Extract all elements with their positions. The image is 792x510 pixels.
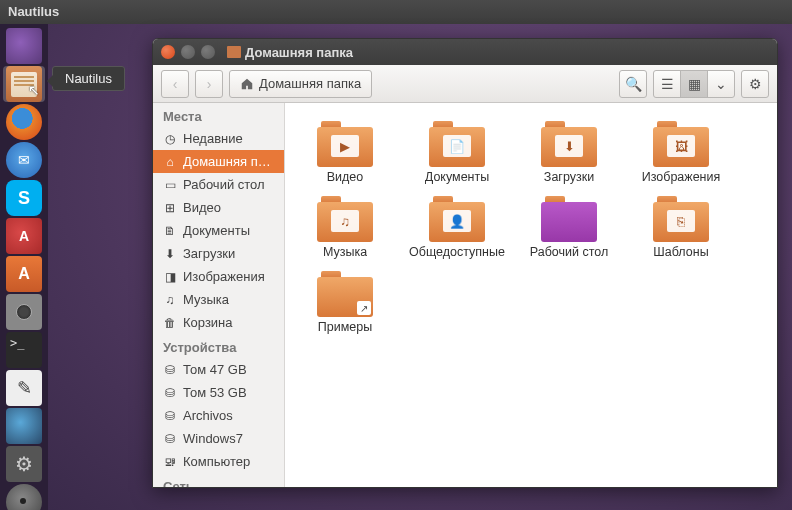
folder-item[interactable]: 👤Общедоступные (407, 192, 507, 263)
sidebar-item-label: Недавние (183, 131, 243, 146)
files-icon (6, 66, 42, 102)
folder-label: Общедоступные (409, 245, 505, 259)
sidebar-section-header: Сеть (153, 473, 284, 488)
folder-label: Видео (327, 170, 364, 184)
launcher-settings[interactable] (3, 446, 45, 482)
hdd-icon: ⛁ (163, 363, 177, 377)
launcher-skype[interactable] (3, 180, 45, 216)
video-icon: ⊞ (163, 201, 177, 215)
launcher-tool[interactable] (3, 408, 45, 444)
ubuntu-dash-icon (6, 28, 42, 64)
launcher-dash[interactable] (3, 28, 45, 64)
folder-item[interactable]: ▶Видео (295, 117, 395, 188)
sidebar-section-header: Устройства (153, 334, 284, 358)
sidebar-item[interactable]: ⛁Том 47 GB (153, 358, 284, 381)
folder-item[interactable]: 🖼Изображения (631, 117, 731, 188)
home-icon: ⌂ (163, 155, 177, 169)
sidebar-section-header: Места (153, 103, 284, 127)
folder-item[interactable]: Рабочий стол (519, 192, 619, 263)
window-close-button[interactable] (161, 45, 175, 59)
disc-icon (6, 484, 42, 510)
launcher-files[interactable] (3, 66, 45, 102)
sidebar-item[interactable]: ⛁Windows7 (153, 427, 284, 450)
clock-icon: ◷ (163, 132, 177, 146)
sidebar-item[interactable]: ▭Рабочий стол (153, 173, 284, 196)
unity-launcher (0, 24, 48, 510)
folder-item[interactable]: ⎘Шаблоны (631, 192, 731, 263)
sidebar-item-label: Том 53 GB (183, 385, 247, 400)
folder-icon: 📄 (429, 121, 485, 167)
sidebar-item[interactable]: ◨Изображения (153, 265, 284, 288)
sidebar-item[interactable]: ♫Музыка (153, 288, 284, 311)
folder-item[interactable]: ♫Музыка (295, 192, 395, 263)
view-list-button[interactable]: ☰ (653, 70, 681, 98)
window-titlebar[interactable]: Домашняя папка (153, 39, 777, 65)
update-icon (6, 218, 42, 254)
folder-label: Загрузки (544, 170, 594, 184)
folder-icon (541, 196, 597, 242)
sidebar-item-label: Изображения (183, 269, 265, 284)
sidebar-item[interactable]: 🗎Документы (153, 219, 284, 242)
location-breadcrumb[interactable]: Домашняя папка (229, 70, 372, 98)
nautilus-window: Домашняя папка ‹ › Домашняя папка 🔍 ☰ ▦ … (152, 38, 778, 488)
computer-icon: 🖳 (163, 455, 177, 469)
menu-button[interactable]: ⚙ (741, 70, 769, 98)
firefox-icon (6, 104, 42, 140)
folder-label: Примеры (318, 320, 372, 334)
chevron-down-icon: ⌄ (715, 76, 727, 92)
folder-icon: ▶ (317, 121, 373, 167)
sidebar-item-label: Загрузки (183, 246, 235, 261)
launcher-terminal[interactable] (3, 332, 45, 368)
sidebar-item[interactable]: 🗑Корзина (153, 311, 284, 334)
sidebar-item[interactable]: ⛁Том 53 GB (153, 381, 284, 404)
folder-icon (317, 271, 373, 317)
sidebar-item[interactable]: ⊞Видео (153, 196, 284, 219)
launcher-disc[interactable] (3, 484, 45, 510)
folder-view[interactable]: ▶Видео📄Документы⬇Загрузки🖼Изображения♫Му… (285, 103, 777, 488)
sidebar-item[interactable]: ◷Недавние (153, 127, 284, 150)
sidebar-item-label: Видео (183, 200, 221, 215)
launcher-update[interactable] (3, 218, 45, 254)
sidebar-item[interactable]: ⛁Archivos (153, 404, 284, 427)
gear-icon: ⚙ (749, 76, 762, 92)
window-minimize-button[interactable] (181, 45, 195, 59)
terminal-icon (6, 332, 42, 368)
folder-label: Документы (425, 170, 489, 184)
folder-icon: ♫ (317, 196, 373, 242)
music-icon: ♫ (163, 293, 177, 307)
window-maximize-button[interactable] (201, 45, 215, 59)
launcher-camera[interactable] (3, 294, 45, 330)
launcher-tooltip: Nautilus (52, 66, 125, 91)
launcher-thunderbird[interactable] (3, 142, 45, 178)
location-label: Домашняя папка (259, 76, 361, 91)
sidebar-item-label: Том 47 GB (183, 362, 247, 377)
blue-tool-icon (6, 408, 42, 444)
view-dropdown-button[interactable]: ⌄ (707, 70, 735, 98)
sidebar-item[interactable]: ⌂Домашняя п… (153, 150, 284, 173)
doc-icon: 🗎 (163, 224, 177, 238)
folder-item[interactable]: Примеры (295, 267, 395, 338)
sidebar-item[interactable]: 🖳Компьютер (153, 450, 284, 473)
places-sidebar: Места◷Недавние⌂Домашняя п…▭Рабочий стол⊞… (153, 103, 285, 488)
folder-icon: 🖼 (653, 121, 709, 167)
sidebar-item-label: Документы (183, 223, 250, 238)
settings-icon (6, 446, 42, 482)
sidebar-item-label: Домашняя п… (183, 154, 271, 169)
folder-item[interactable]: 📄Документы (407, 117, 507, 188)
forward-button[interactable]: › (195, 70, 223, 98)
folder-icon: ⎘ (653, 196, 709, 242)
search-button[interactable]: 🔍 (619, 70, 647, 98)
launcher-gedit[interactable] (3, 370, 45, 406)
window-body: Места◷Недавние⌂Домашняя п…▭Рабочий стол⊞… (153, 103, 777, 488)
list-icon: ☰ (661, 76, 674, 92)
view-grid-button[interactable]: ▦ (680, 70, 708, 98)
folder-label: Шаблоны (653, 245, 708, 259)
sidebar-item[interactable]: ⬇Загрузки (153, 242, 284, 265)
launcher-software[interactable] (3, 256, 45, 292)
sidebar-item-label: Музыка (183, 292, 229, 307)
launcher-firefox[interactable] (3, 104, 45, 140)
back-button[interactable]: ‹ (161, 70, 189, 98)
folder-label: Изображения (642, 170, 721, 184)
home-icon (240, 77, 254, 91)
folder-item[interactable]: ⬇Загрузки (519, 117, 619, 188)
